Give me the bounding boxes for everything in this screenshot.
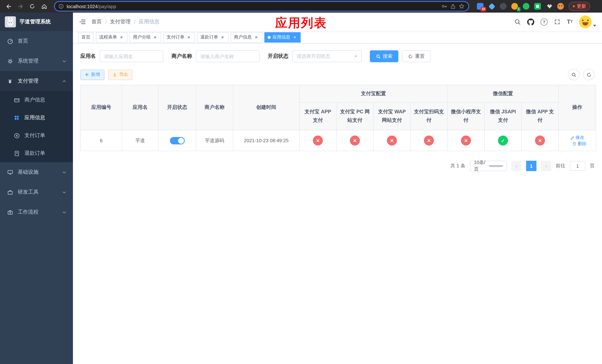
config-status-icon — [387, 136, 397, 146]
sidebar-item-system[interactable]: 系统管理 — [0, 51, 73, 71]
navbar-actions: ? TT — [514, 16, 596, 28]
tab-user-group[interactable]: 用户分组 × — [129, 32, 161, 43]
col-group-wechat: 微信配置 — [447, 85, 559, 102]
sidebar-item-infrastructure[interactable]: 基础设施 — [0, 162, 73, 182]
browser-menu-icon[interactable] — [592, 3, 598, 10]
extension-icon[interactable]: 1 — [511, 3, 518, 10]
status-toggle[interactable] — [170, 137, 184, 144]
sidebar-item-workflow[interactable]: 工作流程 — [0, 202, 73, 222]
gear-icon — [7, 58, 13, 64]
github-icon[interactable] — [527, 18, 534, 25]
sidebar-subitem-merchant-info[interactable]: 商户信息 — [0, 91, 73, 109]
dashboard-icon — [7, 38, 13, 44]
back-icon[interactable] — [4, 1, 13, 11]
cell-merchant: 芋道源码 — [196, 130, 233, 151]
col-header-status: 开启状态 — [158, 85, 196, 130]
cell-app-id: 6 — [81, 130, 122, 151]
update-dot-icon — [573, 5, 575, 7]
chevron-down-icon — [62, 210, 66, 214]
page-size-select[interactable]: 10条/页 — [470, 161, 507, 171]
add-button[interactable]: 新增 — [80, 69, 104, 80]
tab-close-icon[interactable]: × — [119, 35, 124, 40]
fullscreen-icon[interactable] — [554, 19, 560, 25]
merchant-name-input[interactable] — [196, 50, 259, 62]
edit-link[interactable]: 修改 — [570, 134, 584, 140]
cell-created: 2021-10-23 08:49:25 — [233, 130, 299, 151]
cell-alipay-wap — [373, 130, 410, 151]
pagination-total: 共 1 条 — [450, 162, 465, 169]
tab-close-icon[interactable]: × — [186, 35, 191, 40]
share-icon[interactable] — [450, 3, 456, 9]
status-select[interactable]: 请选择开启状态 — [292, 50, 362, 62]
sidebar-subitem-payment-order[interactable]: 支付订单 — [0, 127, 73, 144]
app-name-input[interactable] — [100, 50, 163, 62]
yen-icon: ¥ — [7, 78, 13, 84]
chevron-down-icon — [62, 59, 66, 63]
reload-icon[interactable] — [27, 1, 37, 11]
sidebar-subitem-app-info[interactable]: 应用信息 — [0, 109, 73, 127]
help-icon[interactable]: ? — [540, 18, 548, 25]
monitor-icon — [7, 169, 13, 175]
extension-icon[interactable] — [557, 3, 564, 10]
home-icon[interactable] — [39, 1, 49, 11]
bookmark-star-icon[interactable] — [459, 3, 465, 9]
col-header-alipay-qr: 支付宝扫码支付 — [410, 102, 447, 130]
tab-close-icon[interactable]: × — [292, 35, 297, 40]
col-header-actions: 操作 — [559, 85, 596, 130]
user-avatar[interactable] — [579, 16, 596, 28]
col-header-app-id: 应用编号 — [81, 85, 122, 130]
tab-merchant-info[interactable]: 商户信息 × — [231, 32, 262, 43]
goto-page-input[interactable] — [570, 161, 585, 171]
update-button[interactable]: 更新 — [569, 2, 590, 11]
delete-link[interactable]: 删除 — [572, 140, 586, 147]
tab-process-form[interactable]: 流程表单 × — [96, 32, 127, 43]
reset-button[interactable]: 重置 — [402, 50, 430, 62]
search-icon[interactable] — [514, 19, 521, 25]
col-header-wx-mini: 微信小程序支付 — [447, 102, 484, 130]
breadcrumb-payment[interactable]: 支付管理 — [110, 19, 131, 25]
sidebar-logo[interactable]: 芋道管理系统 — [0, 13, 73, 31]
export-button[interactable]: 导出 — [108, 69, 133, 80]
tab-home[interactable]: 首页 — [78, 32, 94, 43]
caret-down-icon — [593, 25, 596, 27]
cell-actions: 修改 删除 — [559, 130, 596, 151]
page-info-icon[interactable] — [58, 4, 64, 9]
breadcrumb: 首页 / 支付管理 / 应用信息 — [91, 19, 160, 25]
url-text: localhost:1024/pay/app — [67, 3, 438, 9]
sidebar-item-home[interactable]: 首页 — [0, 31, 73, 51]
page-1-button[interactable]: 1 — [526, 161, 537, 171]
breadcrumb-home[interactable]: 首页 — [91, 19, 102, 25]
prev-page-button[interactable]: ‹ — [511, 161, 522, 171]
tab-close-icon[interactable]: × — [152, 35, 158, 40]
config-status-icon — [424, 136, 434, 146]
sidebar-subitem-refund-order[interactable]: 退款订单 — [0, 144, 73, 162]
extensions-puzzle-icon[interactable] — [545, 3, 553, 10]
font-size-icon[interactable]: TT — [567, 19, 573, 25]
next-page-button[interactable]: › — [541, 161, 551, 171]
search-button[interactable]: 搜索 — [370, 50, 398, 62]
address-bar[interactable]: localhost:1024/pay/app — [54, 1, 469, 11]
refresh-table-button[interactable] — [583, 69, 595, 80]
forward-icon[interactable] — [16, 1, 25, 11]
col-header-wx-jsapi: 微信 JSAPI 支付 — [484, 102, 521, 130]
extension-icon[interactable] — [488, 3, 495, 10]
sidebar-item-dev-tools[interactable]: 研发工具 — [0, 182, 73, 202]
sidebar-item-label: 首页 — [18, 38, 28, 44]
tab-refund-order[interactable]: 退款订单 × — [197, 32, 228, 43]
logo-avatar — [5, 16, 16, 27]
password-key-icon[interactable] — [441, 3, 447, 9]
col-group-alipay: 支付宝配置 — [299, 85, 447, 102]
extension-icon[interactable] — [534, 3, 541, 10]
sidebar-item-label: 商户信息 — [24, 97, 45, 103]
tab-close-icon[interactable]: × — [220, 35, 225, 40]
extension-icon[interactable] — [499, 3, 507, 10]
extension-icon[interactable]: 10 — [476, 3, 484, 10]
sidebar-item-payment[interactable]: ¥ 支付管理 — [0, 71, 73, 91]
hamburger-icon[interactable] — [79, 18, 86, 26]
tab-payment-order[interactable]: 支付订单 × — [163, 32, 195, 43]
extension-icon[interactable] — [522, 3, 530, 10]
tab-close-icon[interactable]: × — [254, 35, 259, 40]
cell-wx-app — [521, 130, 559, 151]
tab-app-info[interactable]: 应用信息 × — [264, 32, 301, 43]
toggle-search-button[interactable] — [568, 69, 580, 80]
